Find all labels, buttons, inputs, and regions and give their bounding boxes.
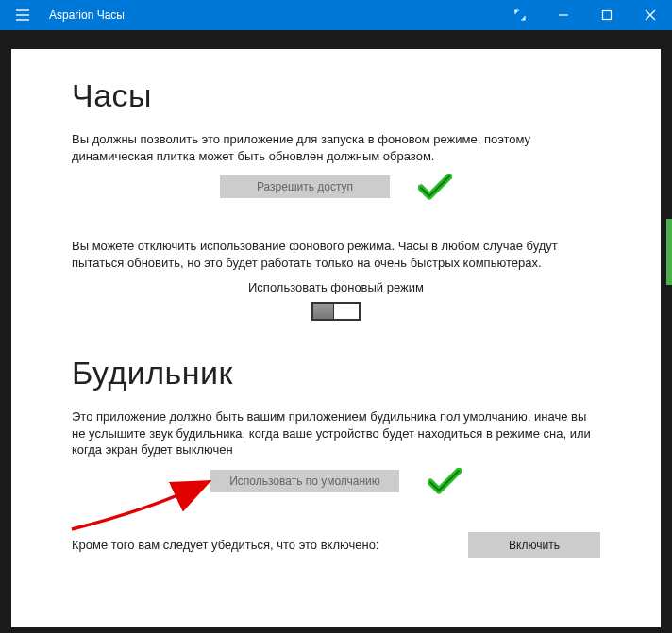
enable-description: Кроме того вам следует убедиться, что эт…	[72, 537, 430, 554]
default-alarm-description: Это приложение должно быть вашим приложе…	[72, 408, 600, 458]
hamburger-menu-button[interactable]	[0, 0, 45, 30]
permission-description: Вы должны позволить это приложение для з…	[72, 131, 600, 164]
titlebar: Asparion Часы	[0, 0, 672, 30]
background-mode-toggle[interactable]	[311, 302, 361, 321]
app-window: Asparion Часы Часы Вы должны позволить э…	[0, 0, 672, 633]
settings-panel: Часы Вы должны позволить это приложение …	[11, 49, 661, 627]
close-button[interactable]	[629, 0, 672, 30]
use-default-button[interactable]: Использовать по умолчанию	[210, 470, 399, 492]
svg-rect-4	[603, 11, 612, 20]
allow-access-row: Разрешить доступ	[72, 174, 600, 200]
alarm-heading: Будильник	[72, 355, 600, 391]
client-area: Часы Вы должны позволить это приложение …	[0, 30, 672, 633]
minimize-button[interactable]	[542, 0, 585, 30]
allow-access-button[interactable]: Разрешить доступ	[220, 175, 390, 198]
checkmark-icon	[428, 468, 462, 494]
background-toggle-label: Использовать фоновый режим	[72, 280, 600, 294]
annotation-arrow-icon	[62, 477, 232, 534]
enable-button[interactable]: Включить	[468, 532, 600, 558]
enable-row: Кроме того вам следует убедиться, что эт…	[72, 532, 600, 558]
default-alarm-row: Использовать по умолчанию	[72, 468, 600, 494]
background-disable-description: Вы можете отключить использование фоново…	[72, 238, 600, 271]
green-accent-bar	[666, 219, 672, 285]
checkmark-icon	[418, 174, 452, 200]
maximize-button[interactable]	[585, 0, 629, 30]
expand-button[interactable]	[498, 0, 542, 30]
toggle-knob	[313, 304, 334, 319]
clock-heading: Часы	[72, 77, 600, 114]
app-title: Asparion Часы	[45, 8, 125, 22]
